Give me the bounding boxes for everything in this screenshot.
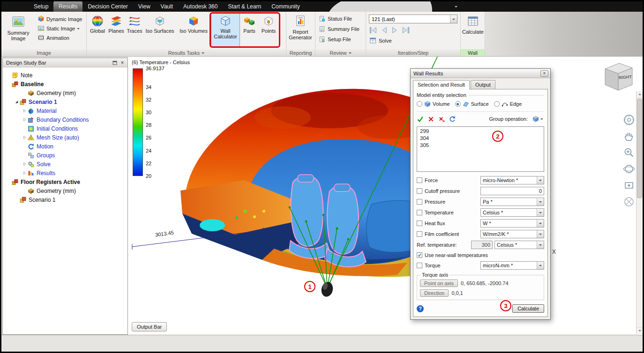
- ref-temperature-input[interactable]: 300: [471, 241, 493, 249]
- selection-list[interactable]: 299304305 2: [417, 126, 544, 172]
- parts-button[interactable]: Parts: [240, 13, 259, 47]
- torque-unit-select[interactable]: microN-mm *: [480, 261, 544, 270]
- output-bar-button[interactable]: Output Bar: [132, 322, 167, 331]
- dropdown-arrow-icon[interactable]: [537, 176, 544, 184]
- iso-surfaces-button[interactable]: Iso Surfaces: [143, 13, 176, 47]
- static-image-button[interactable]: Static Image: [36, 24, 84, 32]
- tree-item-mesh-size-auto[interactable]: Mesh Size (auto): [3, 133, 127, 142]
- cutoff-pressure-checkbox[interactable]: [417, 188, 422, 194]
- point-on-axis-button[interactable]: Point on axis: [420, 279, 458, 287]
- menu-start-learn[interactable]: Start & Learn: [223, 1, 266, 12]
- dropdown-arrow-icon[interactable]: [537, 230, 544, 238]
- zoom-icon[interactable]: [623, 147, 635, 159]
- use-near-wall-checkbox[interactable]: [417, 252, 422, 258]
- tree-item-floor-registers-active[interactable]: Floor Registers Active: [3, 177, 127, 186]
- tree-item-results[interactable]: Results: [3, 169, 127, 177]
- temperature-unit-select[interactable]: Celsius *: [480, 208, 544, 217]
- tree-item-geometry-mm[interactable]: Geometry (mm): [3, 88, 127, 97]
- report-generator-button[interactable]: Report Generator: [288, 13, 313, 40]
- tree-item-groups[interactable]: Groups: [3, 151, 127, 160]
- heat-flux-checkbox[interactable]: [417, 221, 422, 226]
- orbit-icon[interactable]: [623, 163, 635, 175]
- menu-view[interactable]: View: [133, 1, 156, 12]
- direction-button[interactable]: Direction: [420, 289, 449, 297]
- menu-autodesk-360[interactable]: Autodesk 360: [178, 1, 223, 12]
- cutoff-pressure-input[interactable]: 0: [480, 187, 544, 195]
- scroll-up-icon[interactable]: [637, 91, 643, 98]
- refresh-selection-icon[interactable]: [449, 116, 456, 123]
- dropdown-arrow-icon[interactable]: [537, 241, 544, 249]
- expander-icon[interactable]: [22, 109, 28, 113]
- film-coefficient-unit-select[interactable]: W/mm2/K *: [480, 230, 544, 238]
- tree-item-boundary-conditions[interactable]: Boundary Conditions: [3, 115, 127, 124]
- tree-item-motion[interactable]: Motion: [3, 142, 127, 151]
- viewport-3d[interactable]: (6) Temperature - Celsius 36.91373432302…: [128, 57, 643, 335]
- menu-community[interactable]: Community: [266, 1, 305, 12]
- iso-volumes-button[interactable]: Iso Volumes: [176, 13, 211, 47]
- menu-results[interactable]: Results: [53, 1, 82, 12]
- solve-button[interactable]: Solve: [366, 34, 460, 44]
- menu-decision-center[interactable]: Decision Center: [82, 1, 133, 12]
- expander-icon[interactable]: [22, 171, 28, 175]
- tree-item-scenario-1[interactable]: Scenario 1: [3, 97, 127, 106]
- tree-item-initial-conditions[interactable]: Initial Conditions: [3, 124, 127, 133]
- calculate-button[interactable]: Calculate: [512, 304, 544, 313]
- expander-icon[interactable]: [22, 162, 28, 166]
- volume-radio[interactable]: [417, 101, 422, 107]
- summary-file-button[interactable]: Summary File: [315, 24, 366, 34]
- full-navigation-wheel-icon[interactable]: [623, 114, 635, 126]
- menu-vault[interactable]: Vault: [156, 1, 178, 12]
- group-label-review[interactable]: Review: [315, 49, 366, 56]
- animation-button[interactable]: Animation: [36, 34, 84, 42]
- tree-item-scenario-1[interactable]: Scenario 1: [3, 195, 127, 204]
- dropdown-arrow-icon[interactable]: [537, 209, 544, 216]
- expander-icon[interactable]: [22, 118, 28, 122]
- dropdown-arrow-icon[interactable]: [537, 220, 544, 227]
- heat-flux-unit-select[interactable]: W *: [480, 219, 544, 228]
- group-label-results-tasks[interactable]: Results Tasks: [87, 49, 286, 56]
- points-button[interactable]: Points: [259, 13, 278, 47]
- edge-radio[interactable]: [494, 101, 500, 107]
- tree-item-geometry-mm[interactable]: Geometry (mm): [3, 186, 127, 195]
- step-forward-button[interactable]: [401, 26, 410, 34]
- force-checkbox[interactable]: [417, 177, 422, 183]
- tree-item-baseline[interactable]: Baseline: [3, 80, 127, 88]
- help-icon[interactable]: ?: [417, 305, 424, 312]
- pan-icon[interactable]: [623, 130, 635, 142]
- tab-selection-and-result[interactable]: Selection and Result: [413, 80, 470, 89]
- status-file-button[interactable]: Status File: [315, 14, 366, 24]
- summary-image-button[interactable]: Summary Image: [3, 13, 34, 41]
- tree-item-material[interactable]: Material: [3, 106, 127, 115]
- close-icon[interactable]: ×: [540, 70, 548, 77]
- step-back-button[interactable]: [369, 26, 378, 34]
- look-at-icon[interactable]: [623, 179, 635, 191]
- online-services-menu[interactable]: [313, 1, 457, 12]
- apply-selection-icon[interactable]: [417, 116, 424, 123]
- setup-file-button[interactable]: Setup File: [315, 34, 366, 44]
- dropdown-arrow-icon[interactable]: [537, 262, 544, 269]
- dynamic-image-button[interactable]: Dynamic Image: [36, 15, 84, 23]
- play-back-button[interactable]: [380, 26, 389, 34]
- expander-icon[interactable]: [22, 135, 28, 140]
- pressure-checkbox[interactable]: [417, 199, 422, 205]
- temperature-checkbox[interactable]: [417, 210, 422, 215]
- selection-id[interactable]: 299: [420, 128, 541, 135]
- dropdown-arrow-icon[interactable]: [537, 198, 544, 206]
- selection-id[interactable]: 304: [420, 135, 541, 142]
- viewcube[interactable]: RIGHT: [598, 59, 637, 96]
- surface-radio[interactable]: [455, 101, 461, 107]
- entity-option-edge[interactable]: Edge: [494, 101, 522, 107]
- tree-item-note[interactable]: Note: [3, 71, 127, 80]
- film-coefficient-checkbox[interactable]: [417, 231, 422, 237]
- selection-id[interactable]: 305: [420, 142, 541, 149]
- ref-temperature-unit-select[interactable]: Celsius *: [494, 241, 544, 249]
- play-forward-button[interactable]: [390, 26, 399, 34]
- scrollbar-thumb[interactable]: [637, 99, 642, 198]
- wall-calculator-button[interactable]: Wall Calculator: [211, 13, 240, 47]
- close-panel-icon[interactable]: ×: [119, 59, 126, 66]
- remove-selection-icon[interactable]: [427, 116, 434, 123]
- group-operation-select[interactable]: [532, 115, 544, 123]
- vertical-scrollbar[interactable]: [636, 91, 643, 334]
- traces-button[interactable]: Traces: [126, 13, 143, 47]
- remove-all-selection-icon[interactable]: [438, 116, 445, 123]
